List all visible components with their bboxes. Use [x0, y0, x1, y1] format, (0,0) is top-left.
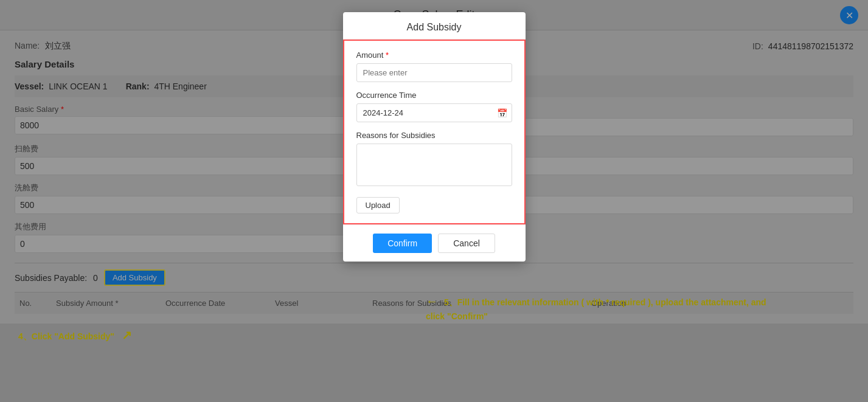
reasons-textarea[interactable]: [356, 144, 512, 186]
amount-input[interactable]: [356, 63, 512, 82]
modal-overlay: Add Subsidy Amount * Occurrence Time 📅: [0, 0, 868, 402]
occurrence-time-label: Occurrence Time: [356, 91, 512, 100]
amount-field: Amount *: [356, 50, 512, 82]
reasons-label: Reasons for Subsidies: [356, 131, 512, 140]
cancel-button[interactable]: Cancel: [438, 234, 495, 253]
modal-footer: Confirm Cancel: [343, 224, 526, 262]
confirm-button[interactable]: Confirm: [373, 234, 432, 253]
occurrence-time-input[interactable]: [356, 103, 512, 122]
calendar-icon: 📅: [497, 108, 507, 118]
occurrence-time-field: Occurrence Time 📅: [356, 91, 512, 122]
add-subsidy-modal: Add Subsidy Amount * Occurrence Time 📅: [343, 12, 526, 262]
upload-button[interactable]: Upload: [356, 197, 400, 213]
modal-header: Add Subsidy: [343, 12, 526, 40]
modal-title: Add Subsidy: [407, 22, 462, 32]
date-field-wrapper: 📅: [356, 103, 512, 122]
amount-label: Amount *: [356, 50, 512, 60]
reasons-field: Reasons for Subsidies: [356, 131, 512, 189]
modal-body: Amount * Occurrence Time 📅 Reasons for S…: [343, 40, 526, 224]
